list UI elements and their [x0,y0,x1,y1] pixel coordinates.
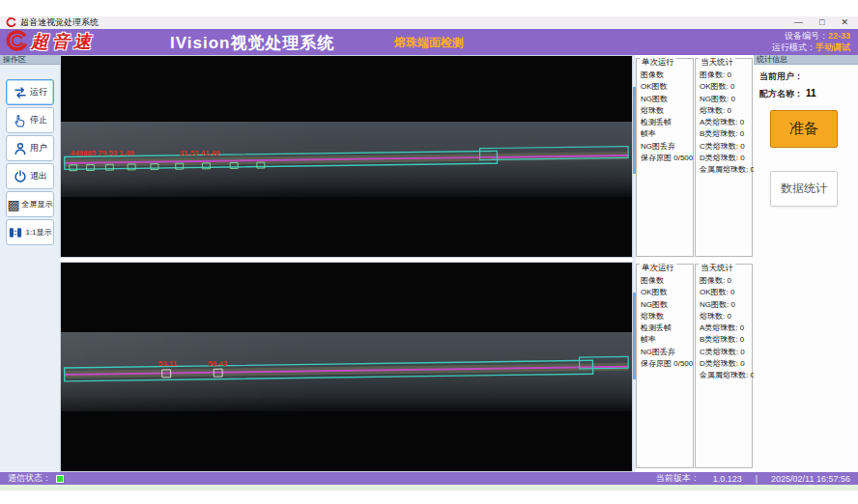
stat-row: 熔珠数: 0 [700,311,751,322]
fullscreen-button-label: 全屏显示 [22,199,53,210]
status-datetime: 2025/02/11 16:57:56 [771,474,850,484]
stat-row: 帧率 [641,128,692,140]
exit-button[interactable]: 退出 [6,163,54,189]
camera-view-area: 449885 79.53 1.49 31.53 41.49 [60,55,633,472]
window-controls: — □ ✕ [794,16,852,29]
brand-logo: 超音速 [4,30,95,53]
run-mode-label: 运行模式： [772,42,815,52]
stat-row: NG图数: 0 [700,299,751,311]
stat-row: 检测丢帧 [641,117,692,128]
one-to-one-button[interactable]: 1:1显示 [6,219,54,245]
device-id-label: 设备编号： [785,31,828,41]
current-user-label: 当前用户： [759,71,803,81]
run-loop-icon [13,85,28,100]
device-info: 设备编号：22-33 运行模式：手动调试 [772,31,850,53]
stat-row: C类熔珠数: 0 [700,347,751,358]
app-title: IVision视觉处理系统 [170,32,334,54]
stat-row: OK图数: 0 [700,81,751,93]
device-id-value: 22-33 [828,31,850,41]
camera2-annotation: 56.43 [208,359,227,368]
fullscreen-grid-icon: ▩ [7,198,19,211]
user-icon [13,141,28,156]
status-separator: | [756,474,758,484]
power-icon [13,169,28,184]
version-value: 1.0.123 [713,474,742,484]
minimize-button[interactable]: — [794,16,803,29]
single-run-group-1: 单次运行 图像数OK图数NG图数熔珠数检测丢帧帧率NG图丢弃保存原图 0/500 [636,58,694,257]
main-area: 操作区 运行 停止 [0,55,858,472]
maximize-button[interactable]: □ [819,16,824,29]
sidebar-caption: 操作区 [0,55,60,65]
group-title: 单次运行 [640,58,676,67]
stat-rows: 图像数OK图数NG图数熔珠数检测丢帧帧率NG图丢弃保存原图 0/500 [641,70,692,164]
operation-sidebar: 操作区 运行 停止 [0,55,60,472]
recipe-label: 配方名称： [759,89,803,98]
window-titlebar: 超音速视觉处理系统 — □ ✕ [0,16,858,29]
stat-row: NG图数 [641,299,692,311]
fullscreen-button[interactable]: ▩ 全屏显示 [6,191,54,217]
user-button[interactable]: 用户 [6,135,54,161]
window-title: 超音速视觉处理系统 [20,16,99,29]
app-subtitle: 熔珠端面检测 [394,35,464,51]
camera1-overlay: 449885 79.53 1.49 31.53 41.49 [61,56,632,257]
inner-camera-image[interactable]: 53.11 56.43 [60,262,633,472]
stat-row: 图像数: 0 [700,275,751,287]
stat-row: 熔珠数 [641,311,692,322]
stat-row: 金属屑熔珠数: 0 [700,164,751,176]
close-button[interactable]: ✕ [841,16,848,29]
stat-row: 金属屑熔珠数: 0 [700,370,751,381]
user-button-label: 用户 [30,142,47,154]
version-label: 当前版本： [656,472,700,485]
stat-row: NG图丢弃 [641,141,692,153]
info-panel-caption: 统计信息 [754,55,858,65]
stop-button[interactable]: 停止 [6,107,54,133]
outer-camera-image[interactable]: 449885 79.53 1.49 31.53 41.49 [60,55,633,258]
status-bar-right: 当前版本： 1.0.123 | 2025/02/11 16:57:56 [656,472,850,485]
brand-swirl-icon [4,30,29,53]
one-to-one-icon [8,225,23,240]
stat-row: 图像数 [641,70,692,81]
hand-icon [13,113,28,128]
prepare-button[interactable]: 准备 [770,110,838,148]
run-mode-value: 手动调试 [815,42,850,52]
stat-row: OK图数 [641,287,692,298]
comm-status-indicator [56,475,64,483]
bottom-strip [0,485,858,490]
stat-rows: 图像数OK图数NG图数熔珠数检测丢帧帧率NG图丢弃保存原图 0/500 [641,275,692,370]
sidebar-buttons: 运行 停止 用户 [0,65,60,245]
run-button-label: 运行 [30,86,47,98]
stat-row: B类熔珠数: 0 [700,128,751,140]
stat-row: A类熔珠数: 0 [700,117,751,128]
stat-row: NG图数: 0 [700,94,751,105]
stat-row: NG图丢弃 [641,347,692,358]
stat-row: OK图数 [641,81,692,93]
app-window: 超音速视觉处理系统 — □ ✕ 超音速 IVision视觉处理系统 熔珠端面检测… [0,0,858,504]
stat-rows: 图像数: 0OK图数: 0NG图数: 0熔珠数: 0A类熔珠数: 0B类熔珠数:… [700,70,751,177]
stat-row: 熔珠数 [641,105,692,117]
run-button[interactable]: 运行 [6,79,54,105]
daily-stats-group-2: 当天统计 图像数: 0OK图数: 0NG图数: 0熔珠数: 0A类熔珠数: 0B… [695,264,753,468]
single-run-group-2: 单次运行 图像数OK图数NG图数熔珠数检测丢帧帧率NG图丢弃保存原图 0/500 [636,264,694,468]
stat-row: NG图数 [641,94,692,105]
group-title: 当天统计 [699,58,735,67]
stat-row: 帧率 [641,334,692,346]
data-statistics-button[interactable]: 数据统计 [770,171,838,207]
camera2-overlay: 53.11 56.43 [61,263,632,471]
stat-row: A类熔珠数: 0 [700,322,751,334]
exit-button-label: 退出 [30,170,47,182]
camera1-annotation: 31.53 41.49 [180,149,220,157]
stat-row: 保存原图 0/500 [641,358,692,370]
stat-row: OK图数: 0 [700,287,751,298]
comm-status-label: 通信状态： [8,472,51,485]
stat-row: 图像数: 0 [700,70,751,81]
stat-row: D类熔珠数: 0 [700,358,751,370]
stat-row: C类熔珠数: 0 [700,141,751,153]
brand-logo-text: 超音速 [31,30,95,53]
stat-row: B类熔珠数: 0 [700,334,751,346]
info-panel: 统计信息 当前用户： 配方名称：11 准备 数据统计 [754,55,858,472]
group-title: 当天统计 [699,264,735,272]
camera1-annotation: 449885 79.53 1.49 [71,149,135,157]
one-to-one-button-label: 1:1显示 [25,227,51,238]
group-title: 单次运行 [640,264,676,272]
stat-row: 图像数 [641,275,692,287]
